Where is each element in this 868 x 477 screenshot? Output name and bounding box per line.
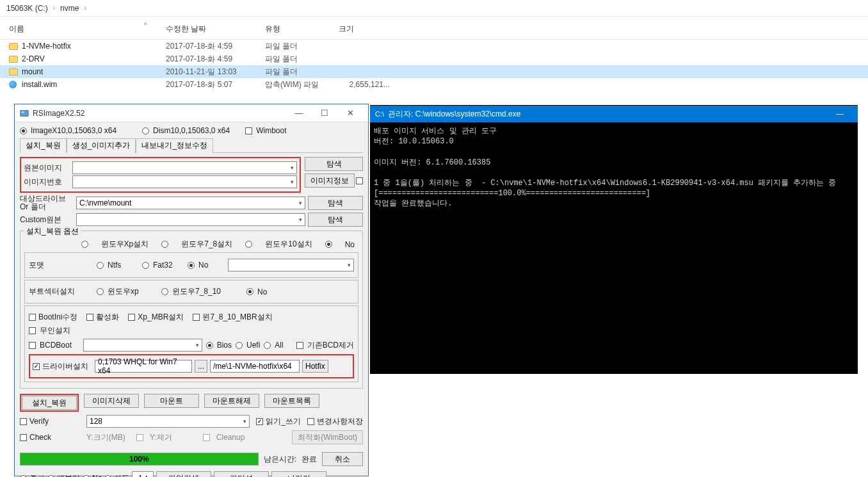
winxp-radio[interactable]	[81, 241, 88, 248]
win78-radio[interactable]	[161, 241, 168, 248]
minimize-button[interactable]: —	[286, 108, 312, 118]
format-no-radio[interactable]	[188, 262, 195, 269]
bcdboot-check[interactable]	[29, 342, 36, 349]
cmd-icon: C:\	[375, 110, 384, 118]
size-mb-label: Y:크기(MB)	[86, 432, 130, 443]
breadcrumb-segment[interactable]: 15063K (C:)	[6, 4, 48, 13]
browse-target-button[interactable]: 탐색	[308, 196, 363, 210]
uefi-radio[interactable]	[236, 342, 243, 349]
format-combo[interactable]: ▾	[228, 259, 354, 271]
cancel-button[interactable]: 취소	[322, 452, 363, 466]
dropdown-arrow-icon: ▾	[299, 216, 302, 223]
imagex-radio[interactable]	[20, 127, 27, 134]
file-row[interactable]: install.wim2017-07-18-화 5:07압축(WIM) 파일2,…	[0, 78, 868, 91]
target-drive-label: 대상드라이브 Or 폴더	[20, 195, 74, 211]
bootini-check[interactable]	[29, 314, 36, 321]
unattend-check[interactable]	[29, 327, 36, 334]
format-label: 포맷	[29, 260, 93, 271]
file-row[interactable]: 1-NVMe-hotfix2017-07-18-화 4:59파일 폴더	[0, 40, 868, 53]
driver-text-input[interactable]: 0,1703 WHQL for Win7 x64	[95, 360, 192, 373]
wimboot-check[interactable]	[245, 127, 252, 134]
bootsector-label: 부트섹터설치	[29, 286, 93, 297]
save-changes-check[interactable]	[307, 418, 314, 425]
rsimagex-window: RSImageX2.52 — ☐ ✕ ImageX10,0,15063,0 x6…	[14, 104, 369, 476]
dropdown-arrow-icon: ▾	[299, 200, 302, 206]
cmd-titlebar[interactable]: C:\ 관리자: C:\windows\system32\cmd.exe —	[370, 106, 858, 122]
target-drive-combo[interactable]: C:\nvme\mount▾	[76, 197, 305, 209]
file-name: install.wim	[22, 80, 166, 89]
custom-source-combo[interactable]: ▾	[76, 213, 305, 226]
quantity-combo[interactable]: 128▾	[86, 415, 250, 428]
exit-button[interactable]: 나가기	[271, 471, 326, 477]
cleanup-check	[203, 434, 210, 441]
window-titlebar[interactable]: RSImageX2.52 — ☐ ✕	[15, 104, 368, 122]
dropdown-arrow-icon: ▾	[291, 165, 294, 171]
file-row[interactable]: mount2010-11-21-일 13:03파일 폴더	[0, 65, 868, 78]
file-date: 2010-11-21-일 13:03	[166, 67, 265, 77]
file-row[interactable]: 2-DRV2017-07-18-화 4:59파일 폴더	[0, 53, 868, 65]
driver-install-check[interactable]	[33, 363, 40, 370]
spin-input[interactable]: 1▴▾	[132, 471, 154, 477]
delete-image-button[interactable]: 이미지삭제	[84, 394, 139, 408]
active-check[interactable]	[86, 314, 93, 321]
dropdown-arrow-icon: ▾	[348, 262, 351, 268]
wimboot-label: Wimboot	[256, 126, 286, 135]
browse-custom-button[interactable]: 탐색	[308, 213, 363, 227]
boot-xp-radio[interactable]	[97, 288, 104, 295]
bcdremove-check[interactable]	[296, 342, 303, 349]
tab-export-edit[interactable]: 내보내기_정보수정	[136, 138, 213, 153]
partition-button[interactable]: 파티션	[214, 471, 269, 477]
boot-win78-radio[interactable]	[161, 288, 168, 295]
mount-list-button[interactable]: 마운트목록	[264, 394, 319, 408]
image-info-check[interactable]	[356, 177, 363, 184]
yremove-check	[136, 434, 143, 441]
cmd-minimize-button[interactable]: —	[827, 109, 853, 118]
breadcrumb-segment[interactable]: nvme	[60, 4, 79, 13]
column-type[interactable]: 유형	[265, 24, 339, 35]
tab-install-restore[interactable]: 설치_복원	[20, 138, 67, 153]
readwrite-check[interactable]	[256, 418, 263, 425]
chevron-right-icon: ›	[84, 4, 86, 12]
hotfix-button[interactable]: Hotfix	[302, 360, 328, 373]
install-restore-button[interactable]: 설치_복원	[22, 396, 77, 410]
hotfix-path-input[interactable]: /me\1-NVMe-hotfix\x64	[210, 360, 300, 373]
fat32-radio[interactable]	[142, 262, 149, 269]
breadcrumb[interactable]: 15063K (C:) › nvme ›	[0, 0, 868, 17]
image-info-button[interactable]: 이미지정보	[305, 174, 355, 188]
column-name[interactable]: 이름^	[9, 24, 166, 35]
image-number-combo[interactable]: ▾	[72, 175, 297, 188]
check-check[interactable]	[20, 434, 27, 441]
svg-rect-0	[20, 110, 28, 116]
dism-radio[interactable]	[142, 127, 149, 134]
tab-create-add[interactable]: 생성_이미지추가	[67, 138, 136, 153]
install-options-group-title: 설치_복원 옵션	[24, 226, 81, 237]
mount-button[interactable]: 마운트	[144, 394, 199, 408]
ntfs-radio[interactable]	[97, 262, 104, 269]
image-number-label: 이미지번호	[24, 177, 70, 188]
no-os-radio[interactable]	[325, 241, 332, 248]
win7mbr-check[interactable]	[193, 314, 200, 321]
boot-no-radio[interactable]	[246, 288, 253, 295]
tab-bar: 설치_복원 생성_이미지추가 내보내기_정보수정	[20, 138, 363, 152]
xpmbr-check[interactable]	[128, 314, 135, 321]
imagex-label: ImageX10,0,15063,0 x64	[31, 126, 117, 135]
bios-radio[interactable]	[206, 342, 213, 349]
custom-source-label: Custom원본	[20, 214, 74, 225]
column-size[interactable]: 크기	[339, 24, 390, 35]
win10-radio[interactable]	[245, 241, 252, 248]
cmd-window: C:\ 관리자: C:\windows\system32\cmd.exe — 배…	[370, 105, 858, 374]
verify-check[interactable]	[20, 418, 27, 425]
all-radio[interactable]	[264, 342, 271, 349]
file-type: 압축(WIM) 파일	[265, 79, 339, 90]
unmount-button[interactable]: 마운트해제	[204, 394, 259, 408]
bcdboot-combo[interactable]: ▾	[83, 339, 202, 352]
cmd-title-text: 관리자: C:\windows\system32\cmd.exe	[388, 109, 827, 120]
column-date[interactable]: 수정한 날짜	[166, 24, 265, 35]
maximize-button[interactable]: ☐	[312, 108, 337, 118]
close-button[interactable]: ✕	[337, 108, 363, 118]
driver-browse-button[interactable]: ...	[195, 360, 207, 373]
browse-source-button[interactable]: 탐색	[305, 157, 363, 171]
file-search-button[interactable]: 파일검색	[156, 471, 211, 477]
source-image-combo[interactable]: ▾	[72, 161, 297, 174]
elapsed-label: 남은시간:	[264, 454, 296, 465]
